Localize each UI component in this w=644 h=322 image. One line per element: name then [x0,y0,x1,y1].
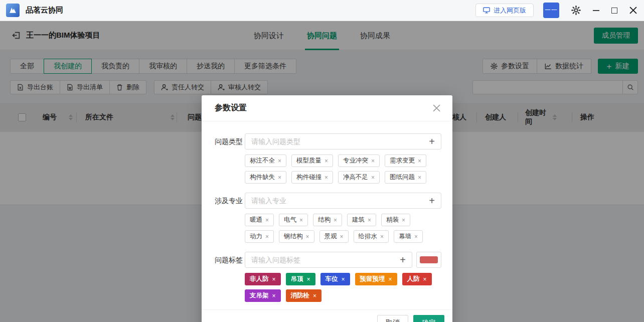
tag-label: 模型质量 [296,156,321,165]
colored-tag-chip: 车位× [320,273,350,285]
field-label: 问题标签 [215,252,245,302]
tag-label: 消防栓 [291,291,310,300]
tag-color-picker[interactable] [416,252,441,268]
issue-tag-input[interactable] [251,256,396,264]
titlebar: 品茗云协同 进入网页版 一一 [0,0,644,21]
discipline-tags: 暖通×电气×结构×建筑×精装×动力×钢结构×景观×给排水×幕墙× [245,214,441,243]
tag-remove-icon[interactable]: × [418,157,421,165]
tag-chip: 动力× [245,230,274,243]
tag-remove-icon[interactable]: × [278,174,281,181]
tag-chip: 建筑× [347,214,376,226]
add-issue-type-icon[interactable]: + [429,136,435,146]
tag-label: 吊顶 [291,275,303,283]
colored-tag-chip: 预留预埋× [355,273,397,285]
tag-chip: 标注不全× [245,154,286,167]
tag-label: 精装 [386,216,399,224]
tag-remove-icon[interactable]: × [265,233,269,240]
tag-label: 净高不足 [343,173,368,182]
tag-remove-icon[interactable]: × [265,217,269,224]
tag-remove-icon[interactable]: × [371,157,375,165]
tag-label: 车位 [326,275,338,283]
tag-label: 需求变更 [390,156,415,165]
enter-web-version-button[interactable]: 进入网页版 [475,4,534,17]
tag-chip: 钢结构× [279,230,314,243]
tag-label: 给排水 [359,232,378,241]
tag-chip: 景观× [319,230,349,243]
settings-gear-icon[interactable] [571,6,581,15]
tag-remove-icon[interactable]: × [272,276,276,283]
tag-color-swatch [420,256,438,263]
add-issue-tag-icon[interactable]: + [400,255,406,265]
window-maximize-button[interactable] [611,8,617,14]
tag-label: 专业冲突 [343,156,368,165]
tag-label: 景观 [325,232,337,241]
tag-remove-icon[interactable]: × [402,217,405,224]
monitor-icon [483,7,490,14]
tag-chip: 给排水× [354,230,389,243]
tag-remove-icon[interactable]: × [299,217,303,224]
tag-label: 标注不全 [250,156,275,165]
tag-chip: 净高不足× [338,171,380,184]
tag-remove-icon[interactable]: × [325,174,328,181]
tag-remove-icon[interactable]: × [313,292,316,299]
enter-web-version-label: 进入网页版 [494,6,526,15]
tag-remove-icon[interactable]: × [278,157,281,165]
confirm-button[interactable]: 确定 [413,315,444,322]
issue-type-input-wrap: + [245,133,441,149]
discipline-input[interactable] [251,197,425,205]
field-discipline: 涉及专业 + 暖通×电气×结构×建筑×精装×动力×钢结构×景观×给排水×幕墙× [215,193,441,243]
tag-chip: 需求变更× [385,154,426,167]
issue-type-input[interactable] [251,137,425,145]
field-issue-type: 问题类型 + 标注不全×模型质量×专业冲突×需求变更×构件缺失×构件碰撞×净高不… [215,133,441,184]
tag-remove-icon[interactable]: × [380,233,384,240]
tag-label: 构件碰撞 [296,173,321,182]
tag-label: 预留预埋 [360,275,385,283]
window-minimize-button[interactable] [593,10,599,11]
add-discipline-icon[interactable]: + [429,196,435,206]
tag-chip: 电气× [279,214,308,226]
tag-remove-icon[interactable]: × [334,217,337,224]
tag-label: 建筑 [352,216,365,224]
tag-remove-icon[interactable]: × [368,217,371,224]
colored-tag-chip: 支吊架× [245,289,281,302]
tag-label: 构件缺失 [250,173,275,182]
tag-chip: 构件碰撞× [291,171,333,184]
field-issue-tag: 问题标签 + 非人防×吊顶×车位×预留预埋×人防×支吊架×消防栓× [215,252,441,302]
modal-header: 参数设置 [202,95,452,121]
parameter-settings-modal: 参数设置 问题类型 + 标注不全×模型质量×专业冲突×需求变更×构件缺失×构件碰… [202,95,452,322]
tag-remove-icon[interactable]: × [325,157,328,165]
tag-label: 钢结构 [284,232,303,241]
modal-footer: 取消 确定 [202,309,452,322]
tag-label: 暖通 [250,216,262,224]
tag-remove-icon[interactable]: × [306,233,309,240]
tag-chip: 精装× [381,214,410,226]
tag-chip: 图纸问题× [385,171,426,184]
tag-chip: 构件缺失× [245,171,286,184]
tag-remove-icon[interactable]: × [340,233,344,240]
user-avatar[interactable]: 一一 [543,3,559,18]
tag-chip: 幕墙× [394,230,423,243]
field-label: 涉及专业 [215,193,245,243]
tag-chip: 模型质量× [291,154,333,167]
tag-label: 人防 [407,275,420,283]
issue-tag-input-wrap: + [245,252,412,268]
tag-remove-icon[interactable]: × [371,174,375,181]
cancel-button[interactable]: 取消 [377,315,408,322]
modal-title: 参数设置 [215,103,247,113]
tag-remove-icon[interactable]: × [418,174,421,181]
modal-close-icon[interactable] [433,104,440,112]
tag-remove-icon[interactable]: × [389,276,392,283]
tag-remove-icon[interactable]: × [307,276,310,283]
tag-label: 动力 [250,232,262,241]
colored-tag-chip: 吊顶× [286,273,315,285]
tag-chip: 专业冲突× [338,154,380,167]
tag-label: 图纸问题 [390,173,415,182]
tag-remove-icon[interactable]: × [423,276,427,283]
tag-remove-icon[interactable]: × [272,292,276,299]
tag-label: 结构 [318,216,331,224]
app-logo-icon [6,4,20,17]
tag-remove-icon[interactable]: × [342,276,345,283]
window-close-button[interactable] [629,7,637,14]
tag-remove-icon[interactable]: × [414,233,418,240]
app-title: 品茗云协同 [26,6,63,15]
